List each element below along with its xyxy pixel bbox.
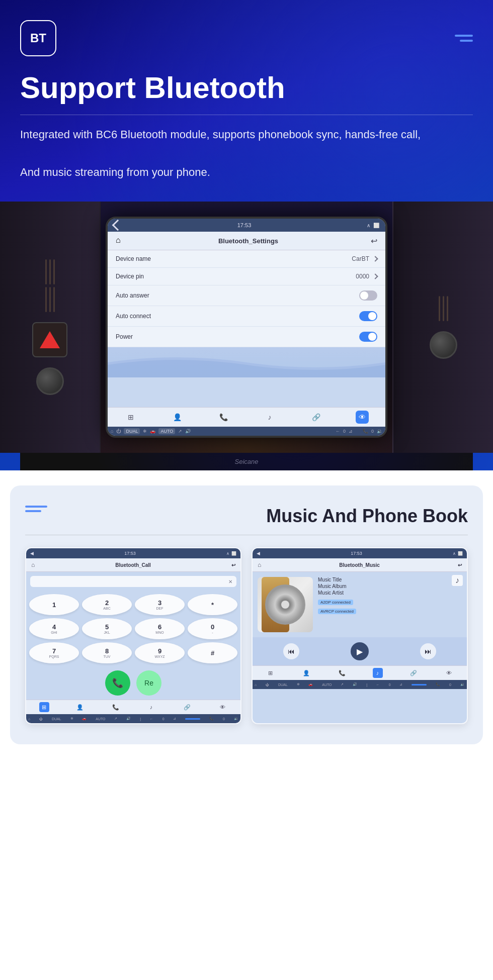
music-section-title: Music And Phone Book — [266, 506, 468, 527]
home-icon[interactable]: ⌂ — [116, 236, 126, 246]
screen-back-btn[interactable] — [112, 220, 124, 231]
dial-1[interactable]: 1 — [29, 594, 79, 615]
settings-row-device-name[interactable]: Device name CarBT — [108, 250, 385, 268]
music-header-title: Bluetooth_Music — [339, 562, 380, 568]
auto-connect-label: Auto connect — [116, 313, 359, 320]
music-back-b[interactable]: ← — [376, 683, 380, 687]
music-back-arrow[interactable]: ↩ — [458, 562, 462, 568]
nav-grid-icon[interactable]: ⊞ — [124, 411, 137, 424]
settings-row-device-pin[interactable]: Device pin 0000 — [108, 268, 385, 285]
music-mini-link[interactable]: 🔗 — [408, 668, 419, 678]
album-disc — [265, 584, 305, 625]
music-mini-user[interactable]: 👤 — [301, 668, 311, 678]
screen: 17:53 ∧ ⬜ ⌂ Bluetooth_Settings ↩ — [108, 219, 385, 436]
dial-9[interactable]: 9WXYZ — [135, 642, 185, 663]
dash-left — [0, 202, 101, 453]
mini-music-icon[interactable]: ♪ — [146, 702, 156, 712]
power-toggle[interactable] — [359, 332, 377, 342]
music-arrow[interactable]: ↗ — [341, 682, 344, 687]
mini-back[interactable]: ← — [150, 717, 153, 721]
fan-icon[interactable]: ⊿ — [349, 429, 353, 434]
music-mini-phone[interactable]: 📞 — [337, 668, 347, 678]
screen-wave — [108, 347, 385, 377]
dial-4[interactable]: 4GHI — [29, 618, 79, 639]
prev-button[interactable]: ⏮ — [283, 643, 299, 659]
music-power-b[interactable]: ⏻ — [266, 683, 269, 687]
music-home-icon[interactable]: ⌂ — [258, 561, 261, 568]
mini-grid-icon[interactable]: ⊞ — [39, 702, 49, 712]
mini-power-icon[interactable]: ⏻ — [39, 717, 43, 721]
dial-star[interactable]: * — [188, 594, 237, 615]
header-bar: BT — [20, 20, 473, 56]
music-home-b[interactable]: ⌂ — [255, 683, 257, 687]
nav-link-icon[interactable]: 🔗 — [309, 411, 322, 424]
wave-svg — [108, 347, 385, 377]
music-menu-icon[interactable] — [25, 506, 47, 512]
right-knob[interactable] — [430, 331, 457, 359]
music-car[interactable]: 🚗 — [308, 682, 313, 687]
power-bottom-icon[interactable]: ⏻ — [116, 429, 121, 434]
mini-fan[interactable]: ⊿ — [173, 717, 176, 721]
screen-time: 17:53 — [237, 222, 252, 228]
snowflake-icon[interactable]: ❄ — [143, 429, 147, 434]
call-signal-icon: ∧ — [226, 551, 229, 556]
car-icon[interactable]: 🚗 — [150, 429, 155, 434]
dial-2[interactable]: 2ABC — [82, 594, 132, 615]
nav-music-icon[interactable]: ♪ — [263, 411, 276, 424]
mini-snow[interactable]: ❄ — [70, 717, 73, 721]
nav-eye-icon[interactable]: 👁 — [356, 411, 369, 424]
phone-call-icon: 📞 — [112, 677, 123, 689]
back-bottom-icon[interactable]: ← — [336, 429, 340, 434]
mini-eye-icon[interactable]: 👁 — [218, 702, 228, 712]
dial-5[interactable]: 5JKL — [82, 618, 132, 639]
dialpad-input[interactable]: ✕ — [30, 576, 236, 587]
nav-user-icon[interactable]: 👤 — [171, 411, 184, 424]
mini-link-icon[interactable]: 🔗 — [182, 702, 192, 712]
dial-7[interactable]: 7PQRS — [29, 642, 79, 663]
mini-phone-icon[interactable]: 📞 — [111, 702, 121, 712]
music-fan[interactable]: ⊿ — [399, 682, 402, 687]
zero-right: 0 — [371, 429, 374, 434]
mini-vol[interactable]: 🔊 — [126, 717, 131, 721]
mini-car[interactable]: 🚗 — [82, 717, 87, 721]
dial-3[interactable]: 3DEF — [135, 594, 185, 615]
hazard-button[interactable] — [32, 322, 67, 357]
call-button[interactable]: 📞 — [105, 670, 130, 696]
clear-icon[interactable]: ✕ — [228, 579, 232, 584]
home-bottom-icon[interactable]: ⌂ — [111, 429, 113, 434]
power-label: Power — [116, 333, 359, 340]
mini-arrow[interactable]: ↗ — [114, 717, 117, 721]
music-vol[interactable]: 🔊 — [353, 682, 357, 687]
play-button[interactable]: ▶ — [351, 642, 369, 660]
redial-button[interactable]: Re — [136, 670, 161, 696]
music-mini-note[interactable]: ♪ — [373, 668, 383, 678]
dial-0[interactable]: 0- — [188, 618, 237, 639]
vol-down-icon[interactable]: 🔉 — [377, 429, 382, 434]
mini-phone-b[interactable]: 📞 — [209, 717, 214, 721]
mini-home-icon[interactable]: ⌂ — [28, 717, 30, 721]
auto-connect-toggle[interactable] — [359, 311, 377, 321]
music-mini-grid[interactable]: ⊞ — [266, 668, 276, 678]
auto-answer-toggle[interactable] — [359, 290, 377, 301]
phone-bottom-icon[interactable]: 📞 — [363, 429, 368, 434]
mini-user-icon[interactable]: 👤 — [75, 702, 85, 712]
call-back-arrow[interactable]: ↩ — [231, 562, 235, 568]
arrow-icon[interactable]: ↗ — [178, 429, 182, 434]
music-back-btn[interactable]: ◀ — [257, 551, 260, 556]
music-mini-eye[interactable]: 👁 — [444, 668, 454, 678]
call-home-icon[interactable]: ⌂ — [31, 561, 35, 568]
music-vold[interactable]: 🔉 — [460, 682, 465, 687]
music-phone-b[interactable]: 📞 — [436, 682, 440, 687]
mini-vold[interactable]: 🔉 — [234, 717, 238, 721]
left-knob[interactable] — [36, 367, 64, 395]
vol-up-icon[interactable]: 🔊 — [185, 429, 191, 434]
nav-phone-icon[interactable]: 📞 — [217, 411, 230, 424]
back-arrow[interactable]: ↩ — [371, 236, 377, 246]
dial-8[interactable]: 8TUV — [82, 642, 132, 663]
dial-hash[interactable]: # — [188, 642, 237, 663]
menu-button[interactable] — [455, 35, 473, 42]
music-snow[interactable]: ❄ — [297, 682, 300, 687]
call-back-btn[interactable]: ◀ — [30, 551, 34, 556]
next-button[interactable]: ⏭ — [420, 643, 436, 659]
dial-6[interactable]: 6MNO — [135, 618, 185, 639]
